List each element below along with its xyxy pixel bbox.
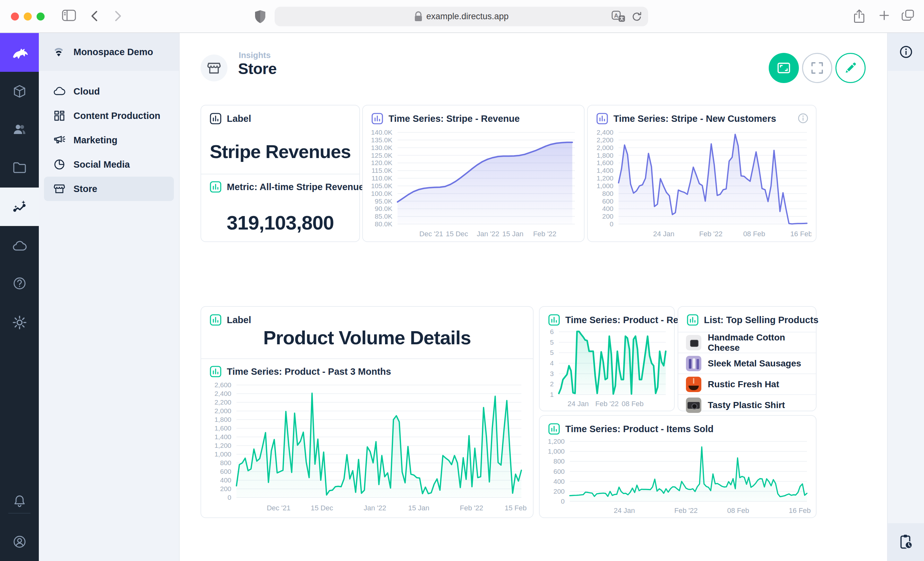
svg-text:2,600: 2,600 <box>214 381 231 389</box>
panel-title: Time Series: Stripe - Revenue <box>388 114 520 124</box>
minimize-window-button[interactable] <box>24 12 32 21</box>
svg-text:140.0K: 140.0K <box>371 129 392 136</box>
module-cloud[interactable] <box>0 227 39 265</box>
project-signal-icon <box>52 45 66 59</box>
panel-stripe-new-customers: Time Series: Stripe - New Customers 2,40… <box>587 105 816 242</box>
svg-text:1,000: 1,000 <box>596 182 614 190</box>
new-tab-icon[interactable] <box>878 9 891 23</box>
module-content[interactable] <box>0 72 39 111</box>
svg-text:Feb '22: Feb '22 <box>460 504 483 512</box>
svg-text:2,200: 2,200 <box>596 136 614 144</box>
svg-text:15 Dec: 15 Dec <box>311 504 333 512</box>
close-window-button[interactable] <box>11 12 19 21</box>
svg-text:1,200: 1,200 <box>214 442 231 449</box>
page-icon-circle <box>201 54 228 81</box>
svg-text:800: 800 <box>602 190 614 197</box>
svg-text:600: 600 <box>602 197 614 205</box>
svg-text:1,400: 1,400 <box>214 433 231 440</box>
fullscreen-button[interactable] <box>802 53 832 83</box>
svg-text:105.0K: 105.0K <box>371 182 392 190</box>
share-icon[interactable] <box>853 8 866 25</box>
panel-info-icon[interactable] <box>797 112 809 125</box>
svg-text:15 Feb: 15 Feb <box>505 504 526 512</box>
svg-text:Feb '22: Feb '22 <box>595 400 619 408</box>
svg-text:2,000: 2,000 <box>596 144 614 151</box>
panel-group-product-volume: Label Product Volume Details Time Series… <box>201 306 534 518</box>
product-list-item[interactable]: Tasty Plastic Shirt <box>678 394 816 415</box>
address-bar[interactable]: example.directus.app A <box>274 7 648 26</box>
module-files[interactable] <box>0 148 39 187</box>
module-settings[interactable] <box>0 303 39 342</box>
cloud-s-icon <box>53 85 66 98</box>
sidebar-item-marketing[interactable]: Marketing <box>44 128 174 152</box>
info-sidebar-button[interactable] <box>888 33 924 71</box>
svg-text:95.0K: 95.0K <box>375 197 392 205</box>
product-list-item[interactable]: Sleek Metal Sausages <box>678 353 816 374</box>
module-user-avatar[interactable] <box>0 522 39 561</box>
svg-text:1,200: 1,200 <box>548 438 565 445</box>
svg-text:1,600: 1,600 <box>214 425 231 432</box>
svg-text:16 Feb: 16 Feb <box>789 507 811 515</box>
svg-text:24 Jan: 24 Jan <box>614 507 635 515</box>
sidebar-item-cloud[interactable]: Cloud <box>44 79 174 103</box>
svg-text:08 Feb: 08 Feb <box>743 230 765 238</box>
panel-title: List: Top Selling Products <box>704 315 819 325</box>
svg-text:24 Jan: 24 Jan <box>653 230 674 238</box>
privacy-shield-icon[interactable] <box>254 10 266 25</box>
svg-text:1,800: 1,800 <box>596 152 614 159</box>
svg-text:5: 5 <box>550 349 554 356</box>
product-list-item[interactable]: Rustic Fresh Hat <box>678 374 816 394</box>
back-icon[interactable] <box>90 9 99 24</box>
panel-group-stripe-label-metric: Label Stripe Revenues Metric: All-time S… <box>201 105 360 242</box>
sidebar-toggle-icon[interactable] <box>62 9 76 23</box>
svg-text:Jan '22: Jan '22 <box>477 230 499 238</box>
tabs-overview-icon[interactable] <box>901 9 915 23</box>
product-items-sold-chart: 1,2001,000800600400200024 JanFeb '2208 F… <box>543 436 812 516</box>
product-list-item[interactable]: Handmade Cotton Cheese <box>678 332 816 353</box>
project-header[interactable]: Monospace Demo <box>39 33 179 71</box>
pie-icon <box>53 158 66 171</box>
panel-icon <box>210 314 222 326</box>
forward-icon[interactable] <box>113 9 123 24</box>
panel-product-items-sold: Time Series: Product - Items Sold 1,2001… <box>539 415 816 518</box>
svg-text:Dec '21: Dec '21 <box>267 504 290 512</box>
sidebar-item-content-production[interactable]: Content Production <box>44 103 174 128</box>
module-bar <box>0 33 39 561</box>
activity-sidebar-button[interactable] <box>888 523 924 561</box>
svg-text:800: 800 <box>220 459 231 467</box>
people-icon <box>12 122 27 137</box>
module-docs[interactable] <box>0 264 39 303</box>
zoom-window-button[interactable] <box>37 12 45 21</box>
gear-icon <box>12 315 27 330</box>
svg-text:200: 200 <box>602 212 614 220</box>
sidebar-item-social-media[interactable]: Social Media <box>44 152 174 177</box>
fit-screen-button[interactable] <box>769 53 799 83</box>
translate-icon[interactable]: A <box>612 10 626 23</box>
svg-text:400: 400 <box>602 205 614 212</box>
edit-dashboard-button[interactable] <box>836 53 866 83</box>
panel-icon <box>371 112 383 125</box>
reload-icon[interactable] <box>631 10 643 23</box>
storefront-icon <box>53 183 66 195</box>
module-users[interactable] <box>0 110 39 149</box>
rabbit-icon <box>9 42 30 63</box>
svg-text:135.0K: 135.0K <box>371 136 392 144</box>
sidebar-item-label: Marketing <box>74 135 117 145</box>
module-bar-divider <box>8 513 30 513</box>
svg-text:200: 200 <box>554 488 565 495</box>
panel-icon <box>596 112 608 125</box>
module-insights[interactable] <box>0 187 39 226</box>
directus-logo[interactable] <box>0 33 39 72</box>
clipboard-clock-icon <box>898 534 914 551</box>
campaign-icon <box>53 134 66 147</box>
svg-text:0: 0 <box>228 494 231 501</box>
product-restocks-chart: 655432124 JanFeb '2208 Feb <box>543 328 670 409</box>
svg-text:1,600: 1,600 <box>596 159 614 166</box>
label-text: Product Volume Details <box>201 327 533 349</box>
svg-text:85.0K: 85.0K <box>375 212 392 220</box>
sidebar-item-store[interactable]: Store <box>44 177 174 201</box>
product-thumbnail <box>686 377 701 392</box>
module-notifications[interactable] <box>0 482 39 520</box>
product-thumbnail <box>686 335 701 350</box>
breadcrumb[interactable]: Insights <box>239 50 271 60</box>
